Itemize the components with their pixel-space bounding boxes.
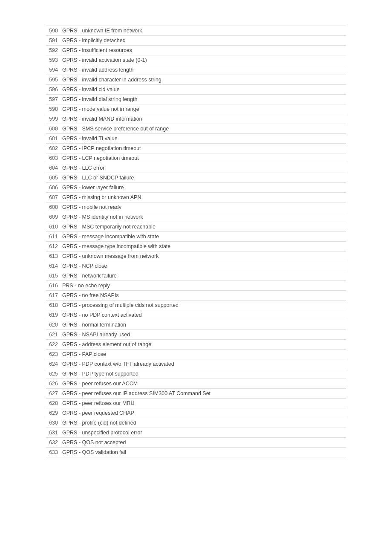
row-description: GPRS - profile (cid) not defined	[62, 420, 136, 426]
row-description: GPRS - invalid MAND information	[62, 116, 142, 122]
row-description: GPRS - invalid dial string length	[62, 96, 137, 102]
row-code: 595	[46, 77, 62, 83]
row-code: 627	[46, 390, 62, 396]
table-row: 600GPRS - SMS service preference out of …	[46, 124, 346, 134]
table-row: 590GPRS - unknown IE from network	[46, 26, 346, 36]
row-description: GPRS - unknown message from network	[62, 253, 159, 259]
row-description: GPRS - invalid activation state (0-1)	[62, 57, 147, 63]
table-row: 594GPRS - invalid address length	[46, 65, 346, 75]
row-description: GPRS - MS identity not in network	[62, 214, 143, 220]
row-description: GPRS - MSC temporarily not reachable	[62, 224, 156, 230]
row-code: 611	[46, 234, 62, 240]
row-description: GPRS - mode value not in range	[62, 106, 139, 112]
row-description: GPRS - insufficient resources	[62, 47, 132, 53]
table-row: 620GPRS - normal termination	[46, 320, 346, 330]
table-row: 595GPRS - invalid character in address s…	[46, 75, 346, 85]
table-row: 622GPRS - address element out of range	[46, 340, 346, 350]
table-row: 607GPRS - missing or unknown APN	[46, 193, 346, 202]
row-code: 606	[46, 185, 62, 191]
row-description: GPRS - invalid cid value	[62, 87, 120, 92]
row-code: 625	[46, 371, 62, 377]
row-code: 590	[46, 28, 62, 34]
row-code: 598	[46, 106, 62, 112]
table-row: 598GPRS - mode value not in range	[46, 104, 346, 114]
row-description: GPRS - lower layer failure	[62, 185, 124, 191]
row-code: 609	[46, 214, 62, 220]
row-code: 617	[46, 292, 62, 298]
table-row: 624GPRS - PDP context w/o TFT already ac…	[46, 359, 346, 369]
table-row: 606GPRS - lower layer failure	[46, 183, 346, 193]
row-code: 633	[46, 449, 62, 455]
table-row: 623GPRS - PAP close	[46, 350, 346, 359]
row-description: GPRS - unspecified protocol error	[62, 430, 142, 436]
table-row: 629GPRS - peer requested CHAP	[46, 408, 346, 418]
row-description: GPRS - SMS service preference out of ran…	[62, 126, 169, 132]
row-description: GPRS - network failure	[62, 273, 117, 279]
table-row: 591GPRS - implicitly detached	[46, 36, 346, 46]
row-description: GPRS - peer refuses our ACCM	[62, 381, 138, 387]
table-row: 610GPRS - MSC temporarily not reachable	[46, 222, 346, 232]
row-code: 612	[46, 243, 62, 249]
row-description: GPRS - processing of multiple cids not s…	[62, 302, 179, 308]
row-code: 599	[46, 116, 62, 122]
row-description: GPRS - message type incompatible with st…	[62, 243, 170, 249]
table-row: 601GPRS - invalid TI value	[46, 134, 346, 144]
table-row: 614GPRS - NCP close	[46, 261, 346, 271]
row-code: 630	[46, 420, 62, 426]
row-code: 592	[46, 47, 62, 53]
row-code: 610	[46, 224, 62, 230]
row-description: GPRS - address element out of range	[62, 341, 151, 347]
row-code: 616	[46, 283, 62, 289]
row-description: GPRS - no PDP context activated	[62, 312, 142, 318]
row-code: 628	[46, 400, 62, 406]
row-description: GPRS - unknown IE from network	[62, 28, 142, 34]
row-description: GPRS - PDP context w/o TFT already activ…	[62, 361, 174, 367]
row-code: 605	[46, 175, 62, 181]
table-row: 609GPRS - MS identity not in network	[46, 212, 346, 222]
row-description: GPRS - NCP close	[62, 263, 107, 269]
table-row: 619GPRS - no PDP context activated	[46, 310, 346, 320]
table-row: 603GPRS - LCP negotiation timeout	[46, 153, 346, 163]
table-row: 621GPRS - NSAPI already used	[46, 330, 346, 340]
row-code: 629	[46, 410, 62, 416]
row-code: 593	[46, 57, 62, 63]
row-description: GPRS - implicitly detached	[62, 38, 126, 43]
main-table: 590GPRS - unknown IE from network591GPRS…	[0, 0, 392, 483]
row-description: GPRS - peer refuses our MRU	[62, 400, 135, 406]
row-description: GPRS - IPCP negotiation timeout	[62, 145, 141, 151]
row-description: GPRS - missing or unknown APN	[62, 194, 141, 200]
table-row: 615GPRS - network failure	[46, 271, 346, 281]
table-row: 604GPRS - LLC error	[46, 163, 346, 173]
row-code: 622	[46, 341, 62, 347]
table-row: 625GPRS - PDP type not supported	[46, 369, 346, 379]
row-description: GPRS - QOS not accepted	[62, 439, 126, 445]
table-row: 627GPRS - peer refuses our IP address SI…	[46, 389, 346, 399]
row-description: GPRS - message incompatible with state	[62, 234, 159, 240]
table-row: 618GPRS - processing of multiple cids no…	[46, 301, 346, 310]
table-row: 611GPRS - message incompatible with stat…	[46, 232, 346, 242]
row-code: 619	[46, 312, 62, 318]
row-description: GPRS - invalid character in address stri…	[62, 77, 161, 83]
row-code: 615	[46, 273, 62, 279]
row-description: PRS - no echo reply	[62, 283, 110, 289]
row-code: 624	[46, 361, 62, 367]
row-code: 607	[46, 194, 62, 200]
table-row: 596GPRS - invalid cid value	[46, 85, 346, 95]
table-row: 626GPRS - peer refuses our ACCM	[46, 379, 346, 389]
row-code: 604	[46, 165, 62, 171]
table-row: 592GPRS - insufficient resources	[46, 46, 346, 55]
table-row: 628GPRS - peer refuses our MRU	[46, 399, 346, 408]
row-code: 601	[46, 136, 62, 142]
table-row: 613GPRS - unknown message from network	[46, 251, 346, 261]
row-code: 596	[46, 87, 62, 92]
row-code: 591	[46, 38, 62, 43]
row-code: 597	[46, 96, 62, 102]
row-code: 614	[46, 263, 62, 269]
row-code: 621	[46, 332, 62, 338]
table-row: 616PRS - no echo reply	[46, 281, 346, 291]
table-row: 593GPRS - invalid activation state (0-1)	[46, 55, 346, 65]
row-code: 608	[46, 204, 62, 210]
row-description: GPRS - PDP type not supported	[62, 371, 138, 377]
row-code: 594	[46, 67, 62, 73]
row-code: 620	[46, 322, 62, 328]
